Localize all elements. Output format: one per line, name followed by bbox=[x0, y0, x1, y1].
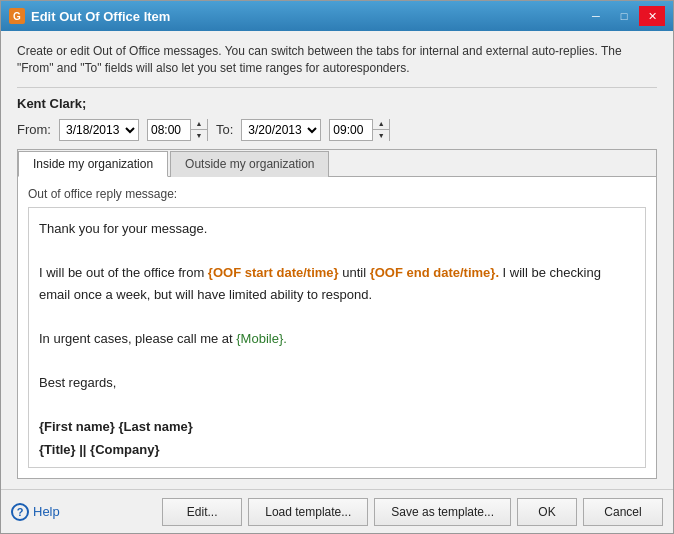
save-template-button[interactable]: Save as template... bbox=[374, 498, 511, 526]
edit-button[interactable]: Edit... bbox=[162, 498, 242, 526]
footer-bar: ? Help Edit... Load template... Save as … bbox=[1, 489, 673, 533]
msg-line6: {Title} || {Company} bbox=[39, 439, 635, 461]
msg-line1: Thank you for your message. bbox=[39, 218, 635, 240]
cancel-button[interactable]: Cancel bbox=[583, 498, 663, 526]
msg-line3-prefix: In urgent cases, please call me at bbox=[39, 331, 236, 346]
reply-label: Out of office reply message: bbox=[28, 187, 646, 201]
ok-button[interactable]: OK bbox=[517, 498, 577, 526]
title-bar: G Edit Out Of Office Item ─ □ ✕ bbox=[1, 1, 673, 31]
msg-line2-prefix: I will be out of the office from bbox=[39, 265, 208, 280]
tabs-container: Inside my organization Outside my organi… bbox=[17, 149, 657, 479]
restore-button[interactable]: □ bbox=[611, 6, 637, 26]
title-bar-controls: ─ □ ✕ bbox=[583, 6, 665, 26]
msg-oof-end: {OOF end date/time}. bbox=[370, 265, 499, 280]
from-date-select[interactable]: 3/18/2013 bbox=[59, 119, 139, 141]
msg-line3: In urgent cases, please call me at {Mobi… bbox=[39, 328, 635, 350]
app-icon: G bbox=[9, 8, 25, 24]
title-bar-left: G Edit Out Of Office Item bbox=[9, 8, 170, 24]
msg-line5: {First name} {Last name} bbox=[39, 416, 635, 438]
to-date-select[interactable]: 3/20/2013 bbox=[241, 119, 321, 141]
window-title: Edit Out Of Office Item bbox=[31, 9, 170, 24]
date-row: From: 3/18/2013 ▲ ▼ To: 3/20/2013 ▲ ▼ bbox=[17, 119, 657, 141]
to-time-down[interactable]: ▼ bbox=[373, 129, 389, 141]
msg-line4: Best regards, bbox=[39, 372, 635, 394]
user-name: Kent Clark; bbox=[17, 96, 657, 111]
to-label: To: bbox=[216, 122, 233, 137]
tab-bar: Inside my organization Outside my organi… bbox=[18, 150, 656, 176]
msg-line-blank2 bbox=[39, 306, 635, 328]
description-text: Create or edit Out of Office messages. Y… bbox=[17, 43, 657, 88]
to-time-spinner: ▲ ▼ bbox=[372, 119, 389, 141]
msg-line2: I will be out of the office from {OOF st… bbox=[39, 262, 635, 306]
tab-content: Out of office reply message: Thank you f… bbox=[18, 176, 656, 478]
msg-line-blank4 bbox=[39, 394, 635, 416]
tab-outside-organization[interactable]: Outside my organization bbox=[170, 151, 329, 177]
from-time-spinner: ▲ ▼ bbox=[190, 119, 207, 141]
close-button[interactable]: ✕ bbox=[639, 6, 665, 26]
from-time-up[interactable]: ▲ bbox=[191, 119, 207, 130]
main-window: G Edit Out Of Office Item ─ □ ✕ Create o… bbox=[0, 0, 674, 534]
msg-line7: M: {Mobile} bbox=[39, 461, 635, 468]
message-area[interactable]: Thank you for your message. I will be ou… bbox=[28, 207, 646, 468]
msg-line-blank1 bbox=[39, 240, 635, 262]
msg-m-prefix: M: bbox=[39, 464, 57, 468]
tab-inside-organization[interactable]: Inside my organization bbox=[18, 151, 168, 177]
content-area: Create or edit Out of Office messages. Y… bbox=[1, 31, 673, 489]
msg-title-company: {Title} || {Company} bbox=[39, 442, 159, 457]
help-icon: ? bbox=[11, 503, 29, 521]
to-time-input[interactable]: ▲ ▼ bbox=[329, 119, 390, 141]
msg-mobile: {Mobile}. bbox=[236, 331, 287, 346]
msg-oof-start: {OOF start date/time} bbox=[208, 265, 339, 280]
help-section[interactable]: ? Help bbox=[11, 503, 60, 521]
load-template-button[interactable]: Load template... bbox=[248, 498, 368, 526]
from-time-input[interactable]: ▲ ▼ bbox=[147, 119, 208, 141]
msg-m-val: {Mobile} bbox=[57, 464, 104, 468]
msg-name: {First name} {Last name} bbox=[39, 419, 193, 434]
msg-line2-mid: until bbox=[339, 265, 370, 280]
from-time-field[interactable] bbox=[148, 120, 190, 140]
to-time-field[interactable] bbox=[330, 120, 372, 140]
msg-line-blank3 bbox=[39, 350, 635, 372]
from-time-down[interactable]: ▼ bbox=[191, 129, 207, 141]
minimize-button[interactable]: ─ bbox=[583, 6, 609, 26]
from-label: From: bbox=[17, 122, 51, 137]
to-time-up[interactable]: ▲ bbox=[373, 119, 389, 130]
help-label[interactable]: Help bbox=[33, 504, 60, 519]
